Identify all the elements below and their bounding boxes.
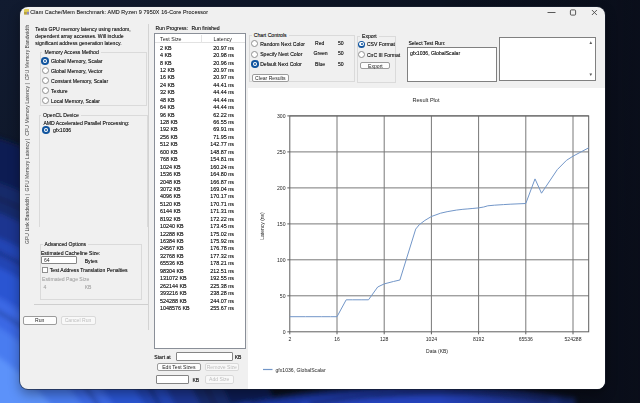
svg-text:300: 300 — [277, 113, 286, 119]
svg-text:Result Plot: Result Plot — [412, 97, 439, 103]
svg-text:8192: 8192 — [473, 336, 484, 342]
svg-text:524288: 524288 — [565, 336, 582, 342]
svg-text:Data (KB): Data (KB) — [426, 348, 448, 354]
svg-text:65536: 65536 — [519, 336, 533, 342]
svg-text:50: 50 — [280, 293, 286, 299]
svg-text:200: 200 — [277, 185, 286, 191]
svg-text:1024: 1024 — [426, 336, 437, 342]
svg-text:150: 150 — [277, 221, 286, 227]
svg-text:100: 100 — [277, 257, 286, 263]
svg-text:Latency (ns): Latency (ns) — [259, 212, 265, 240]
svg-text:128: 128 — [380, 336, 389, 342]
svg-text:2: 2 — [288, 336, 291, 342]
svg-text:16: 16 — [334, 336, 340, 342]
svg-text:gfx1036, GlobalScalar: gfx1036, GlobalScalar — [276, 367, 326, 373]
svg-text:250: 250 — [277, 149, 286, 155]
svg-text:0: 0 — [283, 329, 286, 335]
